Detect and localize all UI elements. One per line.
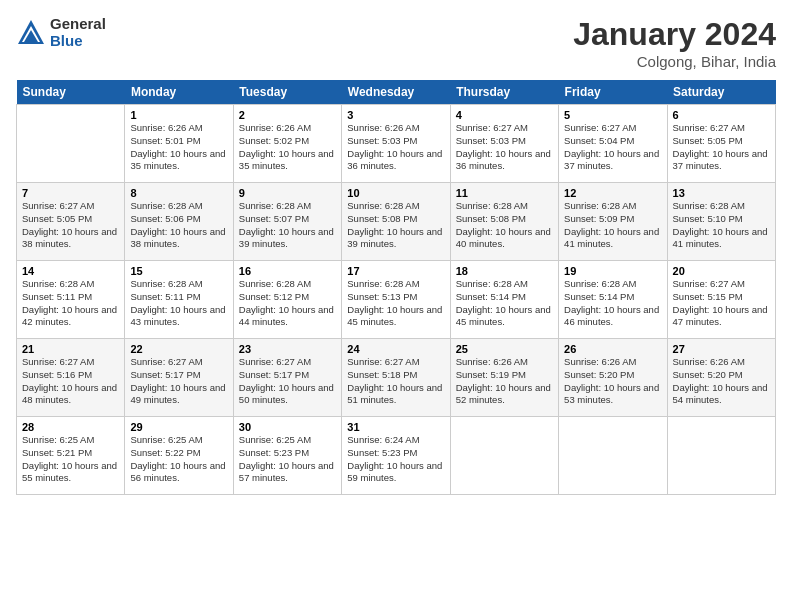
col-friday: Friday	[559, 80, 667, 105]
calendar-cell: 25Sunrise: 6:26 AM Sunset: 5:19 PM Dayli…	[450, 339, 558, 417]
calendar-cell: 8Sunrise: 6:28 AM Sunset: 5:06 PM Daylig…	[125, 183, 233, 261]
header: General Blue January 2024 Colgong, Bihar…	[16, 16, 776, 70]
day-info: Sunrise: 6:25 AM Sunset: 5:22 PM Dayligh…	[130, 434, 227, 485]
calendar-cell	[17, 105, 125, 183]
logo-blue-text: Blue	[50, 33, 106, 50]
day-number: 12	[564, 187, 661, 199]
calendar-cell	[559, 417, 667, 495]
calendar-container: General Blue January 2024 Colgong, Bihar…	[0, 0, 792, 612]
calendar-week-0: 1Sunrise: 6:26 AM Sunset: 5:01 PM Daylig…	[17, 105, 776, 183]
calendar-cell: 23Sunrise: 6:27 AM Sunset: 5:17 PM Dayli…	[233, 339, 341, 417]
calendar-week-2: 14Sunrise: 6:28 AM Sunset: 5:11 PM Dayli…	[17, 261, 776, 339]
day-number: 29	[130, 421, 227, 433]
calendar-cell: 11Sunrise: 6:28 AM Sunset: 5:08 PM Dayli…	[450, 183, 558, 261]
day-number: 30	[239, 421, 336, 433]
calendar-cell: 15Sunrise: 6:28 AM Sunset: 5:11 PM Dayli…	[125, 261, 233, 339]
calendar-cell: 30Sunrise: 6:25 AM Sunset: 5:23 PM Dayli…	[233, 417, 341, 495]
calendar-cell: 22Sunrise: 6:27 AM Sunset: 5:17 PM Dayli…	[125, 339, 233, 417]
title-section: January 2024 Colgong, Bihar, India	[573, 16, 776, 70]
calendar-body: 1Sunrise: 6:26 AM Sunset: 5:01 PM Daylig…	[17, 105, 776, 495]
day-number: 4	[456, 109, 553, 121]
day-info: Sunrise: 6:24 AM Sunset: 5:23 PM Dayligh…	[347, 434, 444, 485]
day-info: Sunrise: 6:27 AM Sunset: 5:03 PM Dayligh…	[456, 122, 553, 173]
day-info: Sunrise: 6:28 AM Sunset: 5:11 PM Dayligh…	[130, 278, 227, 329]
day-info: Sunrise: 6:27 AM Sunset: 5:17 PM Dayligh…	[239, 356, 336, 407]
day-number: 13	[673, 187, 770, 199]
calendar-week-1: 7Sunrise: 6:27 AM Sunset: 5:05 PM Daylig…	[17, 183, 776, 261]
calendar-cell: 19Sunrise: 6:28 AM Sunset: 5:14 PM Dayli…	[559, 261, 667, 339]
calendar-cell: 5Sunrise: 6:27 AM Sunset: 5:04 PM Daylig…	[559, 105, 667, 183]
day-info: Sunrise: 6:28 AM Sunset: 5:06 PM Dayligh…	[130, 200, 227, 251]
day-number: 3	[347, 109, 444, 121]
calendar-cell: 31Sunrise: 6:24 AM Sunset: 5:23 PM Dayli…	[342, 417, 450, 495]
day-number: 11	[456, 187, 553, 199]
calendar-cell: 26Sunrise: 6:26 AM Sunset: 5:20 PM Dayli…	[559, 339, 667, 417]
day-info: Sunrise: 6:27 AM Sunset: 5:16 PM Dayligh…	[22, 356, 119, 407]
day-number: 16	[239, 265, 336, 277]
day-info: Sunrise: 6:28 AM Sunset: 5:14 PM Dayligh…	[456, 278, 553, 329]
day-number: 20	[673, 265, 770, 277]
day-info: Sunrise: 6:26 AM Sunset: 5:19 PM Dayligh…	[456, 356, 553, 407]
day-info: Sunrise: 6:28 AM Sunset: 5:10 PM Dayligh…	[673, 200, 770, 251]
calendar-cell: 17Sunrise: 6:28 AM Sunset: 5:13 PM Dayli…	[342, 261, 450, 339]
calendar-cell: 1Sunrise: 6:26 AM Sunset: 5:01 PM Daylig…	[125, 105, 233, 183]
logo: General Blue	[16, 16, 106, 49]
calendar-cell: 13Sunrise: 6:28 AM Sunset: 5:10 PM Dayli…	[667, 183, 775, 261]
calendar-cell: 3Sunrise: 6:26 AM Sunset: 5:03 PM Daylig…	[342, 105, 450, 183]
calendar-cell	[450, 417, 558, 495]
day-info: Sunrise: 6:25 AM Sunset: 5:23 PM Dayligh…	[239, 434, 336, 485]
day-number: 18	[456, 265, 553, 277]
day-number: 24	[347, 343, 444, 355]
day-info: Sunrise: 6:28 AM Sunset: 5:14 PM Dayligh…	[564, 278, 661, 329]
day-number: 9	[239, 187, 336, 199]
calendar-cell: 18Sunrise: 6:28 AM Sunset: 5:14 PM Dayli…	[450, 261, 558, 339]
calendar-cell: 2Sunrise: 6:26 AM Sunset: 5:02 PM Daylig…	[233, 105, 341, 183]
col-thursday: Thursday	[450, 80, 558, 105]
day-number: 22	[130, 343, 227, 355]
calendar-cell: 9Sunrise: 6:28 AM Sunset: 5:07 PM Daylig…	[233, 183, 341, 261]
day-number: 17	[347, 265, 444, 277]
day-number: 7	[22, 187, 119, 199]
day-number: 15	[130, 265, 227, 277]
location: Colgong, Bihar, India	[573, 53, 776, 70]
day-info: Sunrise: 6:26 AM Sunset: 5:01 PM Dayligh…	[130, 122, 227, 173]
day-number: 10	[347, 187, 444, 199]
calendar-cell: 27Sunrise: 6:26 AM Sunset: 5:20 PM Dayli…	[667, 339, 775, 417]
col-saturday: Saturday	[667, 80, 775, 105]
day-number: 6	[673, 109, 770, 121]
calendar-cell	[667, 417, 775, 495]
day-info: Sunrise: 6:26 AM Sunset: 5:02 PM Dayligh…	[239, 122, 336, 173]
col-tuesday: Tuesday	[233, 80, 341, 105]
day-info: Sunrise: 6:27 AM Sunset: 5:18 PM Dayligh…	[347, 356, 444, 407]
day-info: Sunrise: 6:28 AM Sunset: 5:09 PM Dayligh…	[564, 200, 661, 251]
calendar-week-4: 28Sunrise: 6:25 AM Sunset: 5:21 PM Dayli…	[17, 417, 776, 495]
day-info: Sunrise: 6:27 AM Sunset: 5:05 PM Dayligh…	[673, 122, 770, 173]
logo-icon	[16, 18, 46, 48]
calendar-cell: 12Sunrise: 6:28 AM Sunset: 5:09 PM Dayli…	[559, 183, 667, 261]
day-info: Sunrise: 6:27 AM Sunset: 5:15 PM Dayligh…	[673, 278, 770, 329]
day-number: 1	[130, 109, 227, 121]
calendar-cell: 28Sunrise: 6:25 AM Sunset: 5:21 PM Dayli…	[17, 417, 125, 495]
calendar-cell: 10Sunrise: 6:28 AM Sunset: 5:08 PM Dayli…	[342, 183, 450, 261]
calendar-header: Sunday Monday Tuesday Wednesday Thursday…	[17, 80, 776, 105]
day-number: 23	[239, 343, 336, 355]
calendar-cell: 14Sunrise: 6:28 AM Sunset: 5:11 PM Dayli…	[17, 261, 125, 339]
col-wednesday: Wednesday	[342, 80, 450, 105]
day-number: 5	[564, 109, 661, 121]
day-info: Sunrise: 6:28 AM Sunset: 5:08 PM Dayligh…	[347, 200, 444, 251]
day-info: Sunrise: 6:26 AM Sunset: 5:20 PM Dayligh…	[564, 356, 661, 407]
col-monday: Monday	[125, 80, 233, 105]
day-info: Sunrise: 6:28 AM Sunset: 5:11 PM Dayligh…	[22, 278, 119, 329]
day-number: 25	[456, 343, 553, 355]
month-title: January 2024	[573, 16, 776, 53]
calendar-cell: 7Sunrise: 6:27 AM Sunset: 5:05 PM Daylig…	[17, 183, 125, 261]
day-info: Sunrise: 6:27 AM Sunset: 5:05 PM Dayligh…	[22, 200, 119, 251]
calendar-cell: 6Sunrise: 6:27 AM Sunset: 5:05 PM Daylig…	[667, 105, 775, 183]
day-info: Sunrise: 6:28 AM Sunset: 5:07 PM Dayligh…	[239, 200, 336, 251]
calendar-cell: 29Sunrise: 6:25 AM Sunset: 5:22 PM Dayli…	[125, 417, 233, 495]
calendar-cell: 20Sunrise: 6:27 AM Sunset: 5:15 PM Dayli…	[667, 261, 775, 339]
calendar-cell: 24Sunrise: 6:27 AM Sunset: 5:18 PM Dayli…	[342, 339, 450, 417]
calendar-cell: 4Sunrise: 6:27 AM Sunset: 5:03 PM Daylig…	[450, 105, 558, 183]
day-info: Sunrise: 6:28 AM Sunset: 5:08 PM Dayligh…	[456, 200, 553, 251]
day-number: 21	[22, 343, 119, 355]
